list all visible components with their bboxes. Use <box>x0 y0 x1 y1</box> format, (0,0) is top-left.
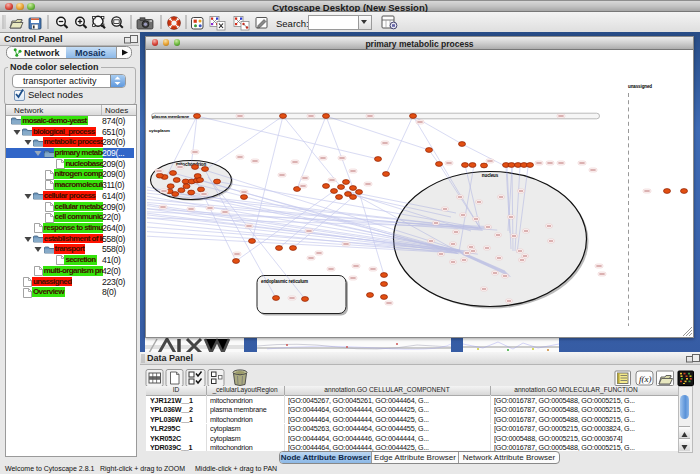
svg-text:Search:: Search: <box>276 18 309 29</box>
svg-text:cytoplasm: cytoplasm <box>149 128 170 133</box>
svg-text:plasma membrane: plasma membrane <box>152 114 190 119</box>
svg-text:endoplasmic reticulum: endoplasmic reticulum <box>261 279 308 284</box>
svg-text:nucleus: nucleus <box>482 173 499 178</box>
svg-text:unassigned: unassigned <box>628 84 652 89</box>
svg-text:f(x): f(x) <box>639 374 652 384</box>
